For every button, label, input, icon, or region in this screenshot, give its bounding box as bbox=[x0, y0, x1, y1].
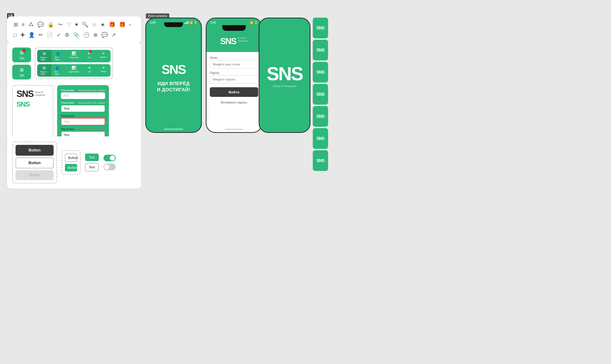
toggles-group bbox=[104, 155, 116, 170]
gift-icon[interactable]: 🎁 bbox=[109, 22, 115, 28]
form-field-1: Placeholder Not found in the system Text bbox=[61, 89, 105, 99]
form-fields-green: Placeholder Not found in the system Text… bbox=[57, 85, 109, 142]
logo-dark: SNS Group ofcompanies bbox=[16, 89, 45, 98]
sns-logo-dark-text: SNS bbox=[16, 89, 33, 98]
phone-login-screen: 1:47 📶 🔋 SNS Group ofcompanies Логин Пар… bbox=[206, 18, 262, 133]
thumb-6[interactable]: SNS bbox=[313, 128, 328, 149]
text-button-green[interactable]: Text bbox=[85, 154, 99, 161]
tab-bar2-item-allown[interactable]: 👥 Все свои bbox=[51, 64, 65, 77]
thumb-2-logo: SNS bbox=[316, 48, 324, 53]
phone-2-status-bar: 1:47 📶 🔋 bbox=[207, 21, 261, 24]
sns-logo-green-text: SNS bbox=[16, 101, 30, 108]
tab-bar-2: ⊞ Будь в теме 👥 Все свои 📊 Адаптация ✈ Ч… bbox=[37, 64, 111, 77]
gift2-icon[interactable]: 🎁 bbox=[119, 22, 125, 28]
field-1-input[interactable]: Text bbox=[61, 92, 105, 99]
field-2-error: Not found in the system bbox=[78, 101, 105, 104]
clock-icon[interactable]: 🕐 bbox=[83, 32, 90, 38]
toolbar-panel: ⊞ ≡ ⁂ 💬 🔒 〜 ♡ ♥ 🔍 ☆ ★ 🎁 🎁 › □ ✚ 👤 ✏ 📄 ✓ … bbox=[7, 16, 141, 43]
tab-bar-item-chat[interactable]: ✈2 Чат bbox=[82, 50, 96, 62]
star-outline-icon[interactable]: ☆ bbox=[92, 22, 97, 28]
field-4-error: Not found in the system bbox=[78, 128, 105, 130]
tab-bar2-item-chat[interactable]: ✈ Чат bbox=[82, 64, 96, 77]
paperclip-icon[interactable]: 📎 bbox=[73, 32, 79, 38]
toggle-off[interactable] bbox=[104, 164, 116, 170]
tab-single-item-2[interactable]: ⊞ Tab bbox=[12, 65, 31, 79]
phone-1-tagline: ИДИ ВПЕРЁДИ ДОСТИГАЙ! bbox=[157, 80, 190, 93]
small-button-green[interactable]: Button bbox=[65, 164, 77, 171]
tab-bar2-item-menu[interactable]: ≡ Меню bbox=[96, 64, 111, 77]
edit-icon[interactable]: ✏ bbox=[39, 32, 43, 38]
primary-button-outline[interactable]: Button bbox=[15, 157, 54, 168]
heart-filled-icon[interactable]: ♥ bbox=[75, 22, 78, 28]
circle-x-icon[interactable]: ⊗ bbox=[93, 32, 98, 38]
thumb-4[interactable]: SNS bbox=[313, 84, 328, 105]
speech-icon[interactable]: 💬 bbox=[101, 32, 108, 38]
field-2-label: Placeholder bbox=[61, 101, 75, 104]
check-icon[interactable]: ✓ bbox=[57, 32, 61, 38]
small-button-outline[interactable]: Button bbox=[65, 154, 77, 162]
heart-outline-icon[interactable]: ♡ bbox=[66, 22, 71, 28]
login-input[interactable] bbox=[210, 60, 258, 68]
thumb-2[interactable]: SNS bbox=[313, 40, 328, 60]
phone-2-top: 1:47 📶 🔋 SNS Group ofcompanies bbox=[207, 18, 261, 52]
thumb-1-logo: SNS bbox=[316, 26, 324, 31]
phone-1-status-icons: 📶 🔋 bbox=[184, 21, 197, 24]
phone-1-time: 1:47 bbox=[150, 21, 156, 24]
phone-2-bottom bbox=[207, 129, 261, 132]
thumb-1[interactable]: SNS bbox=[313, 18, 328, 38]
logo-green: SNS bbox=[16, 101, 30, 108]
toggle-on[interactable] bbox=[104, 155, 116, 161]
tab-bar-item-menu[interactable]: ≡ Меню bbox=[96, 50, 111, 62]
arrow-right-icon[interactable]: › bbox=[129, 22, 131, 28]
user-icon[interactable]: 👤 bbox=[28, 32, 35, 38]
thumb-4-logo: SNS bbox=[316, 92, 324, 97]
side-thumbnails: SNS SNS SNS SNS SNS SNS SNS bbox=[313, 18, 328, 171]
nodes-icon[interactable]: ⁂ bbox=[28, 22, 34, 28]
group-of-companies-label: Group ofcompanies bbox=[35, 91, 45, 96]
tab-bar-item-wallet[interactable]: 📊 Кошельёк bbox=[66, 50, 82, 62]
thumb-6-logo: SNS bbox=[316, 136, 324, 141]
thumb-3[interactable]: SNS bbox=[313, 62, 328, 82]
form-field-2: Placeholder Not found in the system Text bbox=[61, 101, 105, 112]
tab-panel: ⊞ 2 Tab ⊞ Tab ⊞ Будь в теме 👥 Все свои bbox=[7, 42, 141, 85]
field-3-input[interactable]: Text bbox=[61, 118, 105, 125]
search-icon[interactable]: 🔍 bbox=[82, 22, 88, 28]
wave-icon[interactable]: 〜 bbox=[58, 21, 63, 28]
tab-single-item[interactable]: ⊞ 2 Tab bbox=[12, 48, 31, 62]
forgot-password-link[interactable]: Вспомнить пароль bbox=[210, 101, 258, 104]
star-filled-icon[interactable]: ★ bbox=[100, 22, 105, 28]
add-icon[interactable]: ✚ bbox=[20, 32, 25, 38]
password-field-group: Пароль bbox=[210, 71, 258, 83]
grid-icon[interactable]: ⊞ bbox=[14, 22, 18, 28]
tab-bar-item-budvteme[interactable]: ⊞ Будь в теме bbox=[37, 50, 52, 62]
phone-1-notch bbox=[164, 22, 183, 27]
thumb-7[interactable]: SNS bbox=[313, 150, 328, 171]
arrow-out-icon[interactable]: ↗ bbox=[111, 32, 116, 38]
menu-icon[interactable]: ≡ bbox=[22, 22, 25, 28]
primary-button-dark[interactable]: Button bbox=[15, 145, 54, 156]
field-2-input[interactable]: Text bbox=[61, 105, 105, 112]
tab-bar-item-allown[interactable]: 👥 Все свои bbox=[52, 50, 66, 62]
text-button-outline[interactable]: Text bbox=[85, 163, 99, 171]
thumb-7-logo: SNS bbox=[316, 158, 324, 163]
field-3-error: Not found in the system bbox=[78, 115, 105, 117]
text-buttons-group: Text Text bbox=[85, 154, 99, 171]
phone-logo-screen: SNS Group of companies bbox=[259, 18, 311, 133]
phone-2-logo-subtitle: Group ofcompanies bbox=[237, 37, 248, 42]
login-button[interactable]: Войти bbox=[210, 87, 258, 97]
settings-icon[interactable]: ⚙ bbox=[65, 32, 69, 38]
tab-bar2-item-adaptation[interactable]: 📊 Адаптация bbox=[65, 64, 82, 77]
field-4-label: Placeholder bbox=[61, 128, 75, 130]
chat-icon[interactable]: 💬 bbox=[37, 22, 44, 28]
primary-button-disabled: Button bbox=[15, 170, 54, 180]
tab-bar2-item-budvteme[interactable]: ⊞ Будь в теме bbox=[37, 64, 51, 77]
phone-1-content: SNS ИДИ ВПЕРЁДИ ДОСТИГАЙ! bbox=[157, 27, 190, 129]
form-field-3: Placeholder Not found in the system Text bbox=[61, 115, 105, 125]
square-icon[interactable]: □ bbox=[14, 32, 17, 38]
lock-icon[interactable]: 🔒 bbox=[48, 22, 54, 28]
document-icon[interactable]: 📄 bbox=[47, 32, 53, 38]
password-input[interactable] bbox=[210, 75, 258, 83]
thumb-5[interactable]: SNS bbox=[313, 106, 328, 127]
phone-2-body: Логин Пароль Войти Вспомнить пароль bbox=[207, 52, 261, 129]
login-field-group: Логин bbox=[210, 56, 258, 68]
